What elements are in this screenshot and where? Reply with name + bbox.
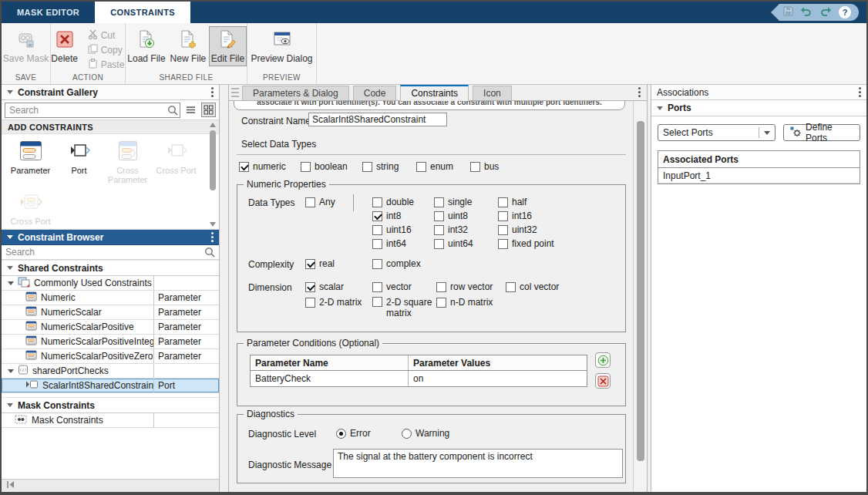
tab-menu-icon[interactable] [638, 87, 641, 97]
diagnostic-message-input[interactable]: The signal at the battery component is i… [333, 449, 623, 478]
tree-row-commonly-used[interactable]: Commonly Used Constraints (R... [2, 276, 219, 291]
load-file-button[interactable]: Load File [126, 26, 167, 66]
scroll-home-icon[interactable] [6, 480, 15, 491]
redo-icon[interactable] [819, 6, 832, 19]
checkbox-half[interactable]: half [498, 197, 583, 207]
gallery-search-input[interactable] [5, 103, 180, 118]
cut-button[interactable]: Cut [83, 28, 130, 42]
checkbox-scalar[interactable]: scalar [305, 281, 344, 292]
scroll-thumb[interactable] [637, 121, 644, 461]
select-ports-dropdown[interactable]: Select Ports [658, 124, 775, 141]
left-horizontal-scrollbar[interactable] [2, 479, 219, 492]
tree-row-sharedportchecks[interactable]: sharedPortChecks [2, 364, 219, 379]
scroll-down-icon[interactable] [210, 222, 216, 227]
checkbox-col-vector[interactable]: col vector [506, 281, 559, 292]
checkbox-enum[interactable]: enum [416, 161, 453, 172]
constraint-gallery-header[interactable]: Constraint Gallery [2, 85, 219, 100]
cell-parameter-values[interactable]: on [409, 371, 587, 386]
tab-code[interactable]: Code [353, 86, 397, 100]
scroll-thumb[interactable] [210, 130, 216, 190]
add-condition-button[interactable] [595, 352, 611, 368]
expand-caret-icon[interactable] [8, 369, 14, 373]
checkbox-double[interactable]: double [372, 197, 434, 207]
tree-row-numericscalarpositive[interactable]: NumericScalarPositive Parameter [2, 320, 219, 335]
tree-row-mask-constraints[interactable]: Mask Constraints [2, 413, 219, 428]
checkbox-single[interactable]: single [434, 197, 498, 207]
checkbox-real[interactable]: real [305, 258, 335, 269]
paste-button[interactable]: Paste [83, 57, 130, 72]
preview-dialog-button[interactable]: Preview Dialog [247, 26, 316, 66]
collapse-caret-icon[interactable] [7, 90, 13, 94]
save-mask-button[interactable]: Save Mask [2, 26, 50, 66]
delete-condition-button[interactable] [595, 373, 611, 389]
checkbox-uint32[interactable]: uint32 [498, 224, 583, 235]
checkbox-boolean[interactable]: boolean [301, 161, 348, 172]
checkbox-2d-matrix[interactable]: 2-D matrix [305, 297, 362, 308]
checkbox-bus[interactable]: bus [470, 161, 499, 172]
gallery-scrollbar[interactable] [208, 123, 217, 227]
help-icon[interactable]: ? [839, 6, 851, 19]
tab-icon[interactable]: Icon [473, 86, 512, 100]
gallery-item-port[interactable]: Port [55, 140, 103, 185]
tree-row-numeric[interactable]: Numeric Parameter [2, 291, 219, 305]
checkbox-int8[interactable]: int8 [372, 210, 434, 221]
expand-caret-icon[interactable] [8, 281, 14, 285]
section-caret-icon[interactable] [657, 106, 663, 110]
drag-grip-icon[interactable] [231, 88, 239, 97]
new-file-button[interactable]: New File [168, 26, 208, 66]
tab-mask-editor[interactable]: MASK EDITOR [2, 2, 95, 23]
checkbox-string[interactable]: string [362, 161, 399, 172]
section-caret-icon[interactable] [7, 403, 13, 407]
collapse-caret-icon[interactable] [7, 235, 13, 239]
checkbox-fixed-point[interactable]: fixed point [498, 238, 583, 249]
checkbox-int64[interactable]: int64 [372, 238, 434, 249]
gallery-menu-icon[interactable] [211, 87, 214, 97]
panel-splitter[interactable] [220, 85, 228, 492]
checkbox-2d-square-matrix[interactable]: 2-D square matrix [372, 297, 446, 318]
gallery-item-cross-port[interactable]: Cross Port [152, 140, 200, 185]
checkbox-int16[interactable]: int16 [498, 210, 583, 221]
cell-parameter-name[interactable]: BatteryCheck [251, 371, 409, 386]
ports-section[interactable]: Ports [651, 100, 866, 116]
checkbox-row-vector[interactable]: row vector [436, 281, 493, 292]
tree-row-numericscalarpositiveinteger[interactable]: NumericScalarPositiveInteger Parameter [2, 335, 219, 349]
constraint-name-input[interactable] [308, 113, 447, 126]
tree-row-numericscalar[interactable]: NumericScalar Parameter [2, 305, 219, 320]
checkbox-int32[interactable]: int32 [434, 224, 498, 235]
radio-error[interactable]: Error [336, 428, 371, 439]
save-icon[interactable] [783, 6, 793, 19]
checkbox-any[interactable]: Any [305, 197, 335, 207]
tab-constraints-doc[interactable]: Constraints [400, 85, 469, 101]
section-caret-icon[interactable] [7, 266, 13, 270]
checkbox-nd-matrix[interactable]: n-D matrix [436, 297, 493, 308]
shared-constraints-section[interactable]: Shared Constraints [2, 260, 219, 276]
delete-button[interactable]: Delete [47, 26, 82, 66]
main-vertical-scrollbar[interactable] [633, 101, 647, 492]
radio-warning[interactable]: Warning [402, 428, 449, 439]
associated-port-row[interactable]: InputPort_1 [658, 168, 860, 184]
tab-constraints[interactable]: CONSTRAINTS [95, 2, 190, 23]
checkbox-uint64[interactable]: uint64 [434, 238, 498, 249]
scroll-up-icon[interactable] [210, 123, 216, 127]
tree-row-scalarint8sharedconstraint[interactable]: ScalarInt8SharedConstraint Port [2, 379, 219, 393]
define-ports-button[interactable]: Define Ports [783, 124, 860, 141]
gallery-item-parameter[interactable]: Parameter [6, 140, 55, 185]
associations-menu-icon[interactable] [859, 87, 861, 97]
undo-icon[interactable] [800, 6, 812, 19]
list-view-icon[interactable] [183, 103, 198, 117]
gallery-item-cross-port-2[interactable]: Cross Port [6, 191, 55, 226]
table-row[interactable]: BatteryCheck on [251, 371, 587, 386]
gallery-item-cross-parameter[interactable]: Cross Parameter [103, 140, 152, 185]
checkbox-vector[interactable]: vector [372, 281, 412, 292]
checkbox-complex[interactable]: complex [372, 258, 421, 269]
copy-button[interactable]: Copy [83, 42, 130, 57]
mask-constraints-section[interactable]: Mask Constraints [2, 397, 219, 413]
checkbox-uint8[interactable]: uint8 [434, 210, 498, 221]
constraint-browser-header[interactable]: Constraint Browser [2, 230, 219, 245]
browser-menu-icon[interactable] [211, 232, 214, 242]
tab-parameters-dialog[interactable]: Parameters & Dialog [242, 86, 349, 100]
browser-search-input[interactable] [2, 245, 219, 259]
tree-row-numericscalarpositivezero[interactable]: NumericScalarPositiveZero Parameter [2, 349, 219, 364]
checkbox-uint16[interactable]: uint16 [372, 224, 434, 235]
edit-file-button[interactable]: Edit File [209, 26, 247, 66]
